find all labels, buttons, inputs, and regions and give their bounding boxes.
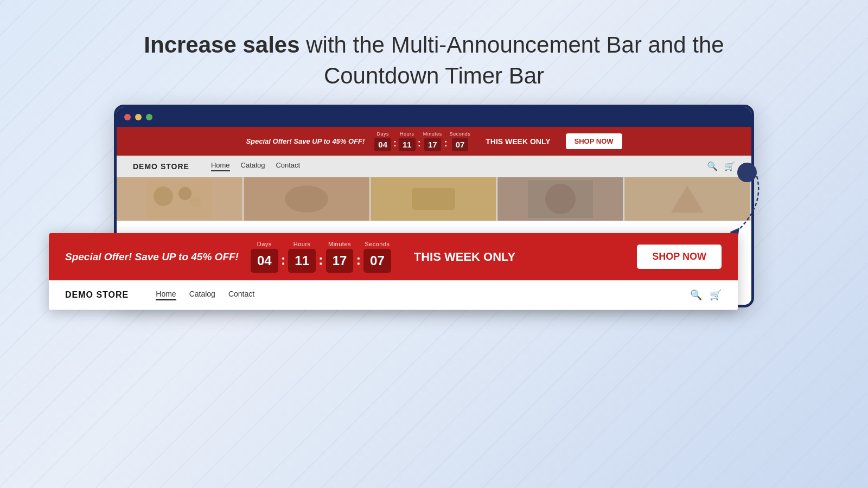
svg-rect-7 <box>412 188 455 210</box>
product-img-4 <box>497 177 624 221</box>
floating-countdown-hours: Hours 11 <box>288 241 316 273</box>
store-nav-small: DEMO STORE Home Catalog Contact 🔍 🛒 <box>117 156 751 177</box>
svg-point-1 <box>154 187 173 206</box>
floating-shop-now-button[interactable]: SHOP NOW <box>637 245 722 269</box>
sep3-small: : <box>444 138 448 149</box>
svg-point-2 <box>178 187 192 200</box>
shop-now-button-small[interactable]: SHOP NOW <box>566 133 622 149</box>
countdown-seconds-small: Seconds 07 <box>450 131 471 151</box>
hero-heading-rest: with the Multi-Announcement Bar and theC… <box>300 32 724 88</box>
floating-countdown-days: Days 04 <box>251 241 278 273</box>
week-text-small: THIS WEEK ONLY <box>486 137 550 146</box>
browser-dot-yellow <box>135 114 142 120</box>
floating-nav-icons: 🔍 🛒 <box>690 289 722 301</box>
floating-countdown-minutes: Minutes 17 <box>326 241 354 273</box>
floating-bar: Special Offer! Save UP to 45% OFF! Days … <box>49 233 738 280</box>
announcement-bar-small: Special Offer! Save UP to 45% OFF! Days … <box>117 127 751 156</box>
svg-point-5 <box>285 185 328 213</box>
countdown-group-small: Days 04 : Hours 11 : Minutes 17 : Second… <box>374 131 470 151</box>
browser-dot-green <box>146 114 152 120</box>
browser-topbar <box>117 107 751 127</box>
nav-link-contact-small[interactable]: Contact <box>276 161 300 171</box>
floating-week-text: THIS WEEK ONLY <box>414 250 515 264</box>
arrow-decoration <box>708 163 762 239</box>
sep2-small: : <box>418 138 421 149</box>
floating-nav: DEMO STORE Home Catalog Contact 🔍 🛒 <box>49 280 738 310</box>
floating-countdown-seconds: Seconds 07 <box>363 241 391 273</box>
nav-link-catalog-small[interactable]: Catalog <box>241 161 265 171</box>
countdown-minutes-small: Minutes 17 <box>423 131 442 151</box>
floating-cart-icon[interactable]: 🛒 <box>710 289 722 301</box>
store-logo-small: DEMO STORE <box>133 162 189 171</box>
hero-section: Increase sales with the Multi-Announceme… <box>0 0 868 105</box>
floating-sep2: : <box>318 252 323 268</box>
announcement-text-small: Special Offer! Save UP to 45% OFF! <box>246 137 365 145</box>
floating-nav-link-catalog[interactable]: Catalog <box>189 290 215 300</box>
countdown-hours-small: Hours 11 <box>399 131 416 151</box>
floating-search-icon[interactable]: 🔍 <box>690 289 702 301</box>
product-img-2 <box>244 177 371 221</box>
arrow-svg <box>719 174 768 239</box>
page-wrapper: Increase sales with the Multi-Announceme… <box>0 0 868 488</box>
floating-announcement: Special Offer! Save UP to 45% OFF! Days … <box>49 233 738 310</box>
countdown-days-small: Days 04 <box>374 131 391 151</box>
floating-announcement-text: Special Offer! Save UP to 45% OFF! <box>65 251 239 263</box>
hero-heading: Increase sales with the Multi-Announceme… <box>0 30 868 91</box>
browser-dot-red <box>124 114 131 120</box>
store-nav-links-small: Home Catalog Contact <box>211 161 707 171</box>
product-img-1 <box>117 177 244 221</box>
floating-nav-link-home[interactable]: Home <box>156 290 176 300</box>
svg-point-3 <box>190 196 201 207</box>
svg-point-9 <box>545 184 576 214</box>
floating-logo: DEMO STORE <box>65 290 129 300</box>
floating-sep1: : <box>281 252 286 268</box>
floating-nav-links: Home Catalog Contact <box>156 290 690 300</box>
floating-countdown-group: Days 04 : Hours 11 : Minutes 17 : Second… <box>251 241 391 273</box>
floating-nav-link-contact[interactable]: Contact <box>228 290 254 300</box>
sep1-small: : <box>393 138 397 149</box>
product-strip <box>117 177 751 221</box>
nav-link-home-small[interactable]: Home <box>211 161 230 171</box>
product-img-3 <box>371 177 497 221</box>
floating-sep3: : <box>356 252 361 268</box>
hero-heading-bold: Increase sales <box>144 32 299 57</box>
